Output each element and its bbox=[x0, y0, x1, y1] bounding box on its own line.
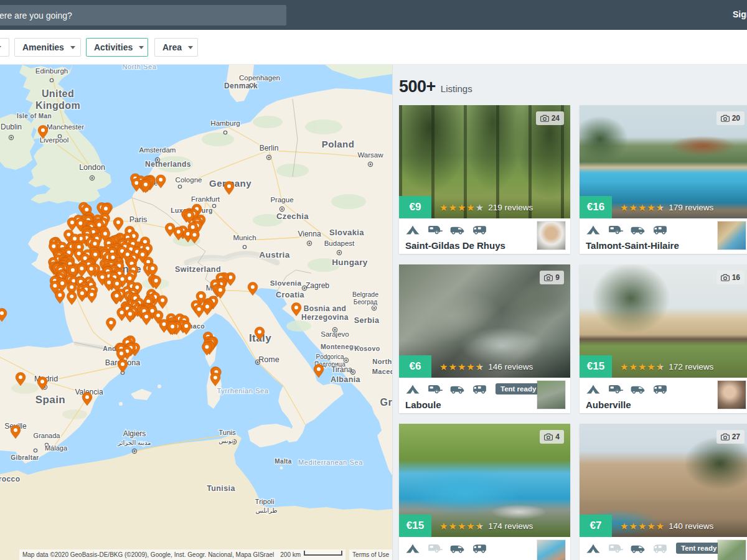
top-navigation-bar: Sign up bbox=[0, 0, 747, 30]
host-avatar[interactable] bbox=[718, 381, 746, 409]
listings-grid: 24 €9 ★★★★★ 219 reviews bbox=[393, 105, 747, 560]
svg-text:Edinburgh: Edinburgh bbox=[35, 67, 68, 75]
price-badge: €7 bbox=[580, 515, 612, 537]
listing-title[interactable]: Talmont-Saint-Hilaire bbox=[586, 240, 713, 251]
listing-card[interactable]: 24 €9 ★★★★★ 219 reviews bbox=[399, 105, 570, 254]
host-avatar[interactable] bbox=[537, 540, 565, 560]
map-attribution: Map data ©2020 GeoBasis-DE/BKG (©2009), … bbox=[0, 549, 392, 560]
svg-text:Manchester: Manchester bbox=[47, 123, 84, 131]
map[interactable]: UnitedKingdomIsle of ManNetherlandsGerma… bbox=[0, 65, 392, 560]
search-input[interactable] bbox=[0, 5, 286, 26]
filter-dropdown-activities[interactable]: Activities bbox=[86, 38, 148, 57]
star-rating: ★★★★★★ bbox=[620, 203, 664, 212]
photo-count-badge: 27 bbox=[716, 430, 745, 444]
caravan-icon bbox=[608, 225, 623, 235]
listing-title[interactable]: Saint-Gildas De Rhuys bbox=[405, 240, 533, 251]
terms-of-use-link[interactable]: Terms of Use bbox=[349, 549, 392, 560]
svg-text:Tunis: Tunis bbox=[218, 429, 236, 436]
svg-text:North Sea: North Sea bbox=[123, 65, 157, 70]
camera-icon bbox=[544, 433, 553, 441]
listing-card[interactable]: 16 €15 ★★★★★★ 172 reviews bbox=[580, 264, 747, 413]
svg-text:Algiers: Algiers bbox=[123, 429, 146, 438]
svg-text:Budapest: Budapest bbox=[324, 240, 355, 247]
chevron-down-icon bbox=[188, 46, 193, 49]
listing-card[interactable]: 4 €15 ★★★★★★ 174 reviews bbox=[399, 424, 570, 560]
review-count: 146 reviews bbox=[488, 362, 533, 371]
host-avatar[interactable] bbox=[537, 222, 565, 250]
host-avatar[interactable] bbox=[718, 540, 746, 560]
svg-text:Tirana: Tirana bbox=[331, 365, 352, 374]
svg-text:Munich: Munich bbox=[233, 234, 256, 241]
svg-text:مدينة الجزائر: مدينة الجزائر bbox=[117, 439, 151, 446]
listing-photo[interactable]: 24 €9 ★★★★★ 219 reviews bbox=[399, 105, 570, 218]
svg-text:Malta: Malta bbox=[275, 458, 292, 465]
host-avatar[interactable] bbox=[718, 222, 746, 250]
tent-icon bbox=[405, 225, 420, 235]
listing-title[interactable]: Laboule bbox=[405, 399, 533, 410]
photo-count-badge: 4 bbox=[540, 430, 564, 444]
svg-text:Herzegovina: Herzegovina bbox=[301, 313, 349, 322]
camera-icon bbox=[544, 274, 553, 281]
price-badge: €6 bbox=[399, 355, 431, 378]
host-avatar[interactable] bbox=[537, 381, 565, 409]
listing-title[interactable]: Auberville bbox=[586, 399, 713, 410]
svg-text:Kosovo: Kosovo bbox=[355, 345, 380, 352]
price-badge: €9 bbox=[399, 196, 431, 218]
review-count: 179 reviews bbox=[669, 203, 713, 212]
van-icon bbox=[449, 543, 465, 554]
listing-card[interactable]: 27 €7 ★★★★★ 140 reviews bbox=[580, 424, 747, 560]
chevron-down-icon bbox=[139, 46, 144, 49]
camera-icon bbox=[540, 114, 549, 122]
listing-info: Auberville bbox=[580, 378, 747, 413]
campervan-icon bbox=[472, 225, 487, 235]
review-count: 174 reviews bbox=[488, 521, 533, 531]
svg-text:Tunisia: Tunisia bbox=[207, 484, 235, 493]
svg-text:Gre: Gre bbox=[380, 397, 392, 408]
svg-text:طرابلس: طرابلس bbox=[255, 507, 277, 514]
van-icon bbox=[449, 384, 465, 394]
filter-dropdown-area[interactable]: Area bbox=[154, 38, 198, 57]
listing-card[interactable]: 9 €6 ★★★★★★ 146 reviews bbox=[399, 264, 570, 413]
van-icon bbox=[630, 225, 646, 235]
listing-card[interactable]: 20 €16 ★★★★★★ 179 reviews bbox=[580, 105, 747, 254]
campervan-icon bbox=[472, 543, 487, 554]
listing-photo[interactable]: 20 €16 ★★★★★★ 179 reviews bbox=[580, 105, 747, 218]
listing-photo[interactable]: 4 €15 ★★★★★★ 174 reviews bbox=[399, 424, 570, 537]
photo-count: 9 bbox=[555, 273, 560, 282]
map-scale: 200 km bbox=[277, 549, 345, 560]
svg-text:Belgrade: Belgrade bbox=[352, 291, 378, 298]
svg-text:Switzerland: Switzerland bbox=[175, 265, 221, 274]
photo-count-badge: 24 bbox=[536, 111, 564, 125]
svg-text:London: London bbox=[79, 163, 105, 172]
map-canvas[interactable]: UnitedKingdomIsle of ManNetherlandsGerma… bbox=[0, 65, 392, 560]
star-rating: ★★★★★ bbox=[620, 521, 664, 531]
svg-text:Podgorica: Podgorica bbox=[316, 353, 344, 360]
svg-text:Croatia: Croatia bbox=[276, 291, 305, 299]
photo-count-badge: 20 bbox=[716, 111, 745, 125]
sign-up-link[interactable]: Sign up bbox=[733, 9, 747, 19]
listing-info: Tent ready Paulì bbox=[580, 537, 747, 560]
campervan-icon bbox=[652, 543, 668, 554]
svg-text:Gibraltar: Gibraltar bbox=[11, 454, 39, 461]
svg-text:Morocco: Morocco bbox=[0, 475, 20, 483]
van-icon bbox=[449, 225, 465, 235]
review-count: 140 reviews bbox=[669, 521, 713, 531]
svg-text:Mediterranean Sea: Mediterranean Sea bbox=[298, 459, 363, 466]
photo-count: 24 bbox=[552, 114, 560, 123]
filter-dropdown-partial[interactable] bbox=[0, 38, 9, 57]
svg-text:Kingdom: Kingdom bbox=[35, 100, 80, 111]
svg-text:تونس: تونس bbox=[218, 437, 233, 444]
svg-text:Београд: Београд bbox=[354, 299, 377, 306]
listing-photo[interactable]: 9 €6 ★★★★★★ 146 reviews bbox=[399, 264, 570, 378]
scale-bar bbox=[304, 551, 342, 556]
svg-text:Berlin: Berlin bbox=[260, 144, 279, 152]
filter-label: Area bbox=[162, 42, 182, 52]
listing-photo[interactable]: 27 €7 ★★★★★ 140 reviews bbox=[580, 424, 747, 537]
filter-dropdown-amenities[interactable]: Amenities bbox=[14, 38, 81, 57]
listing-photo[interactable]: 16 €15 ★★★★★★ 172 reviews bbox=[580, 264, 747, 378]
star-rating: ★★★★★★ bbox=[620, 362, 664, 371]
van-icon bbox=[630, 384, 646, 394]
listings-panel[interactable]: 500+ Listings 24 €9 ★★★★★ 219 reviews bbox=[392, 65, 747, 560]
svg-text:Netherlands: Netherlands bbox=[145, 160, 191, 169]
svg-text:Serbia: Serbia bbox=[354, 316, 380, 325]
